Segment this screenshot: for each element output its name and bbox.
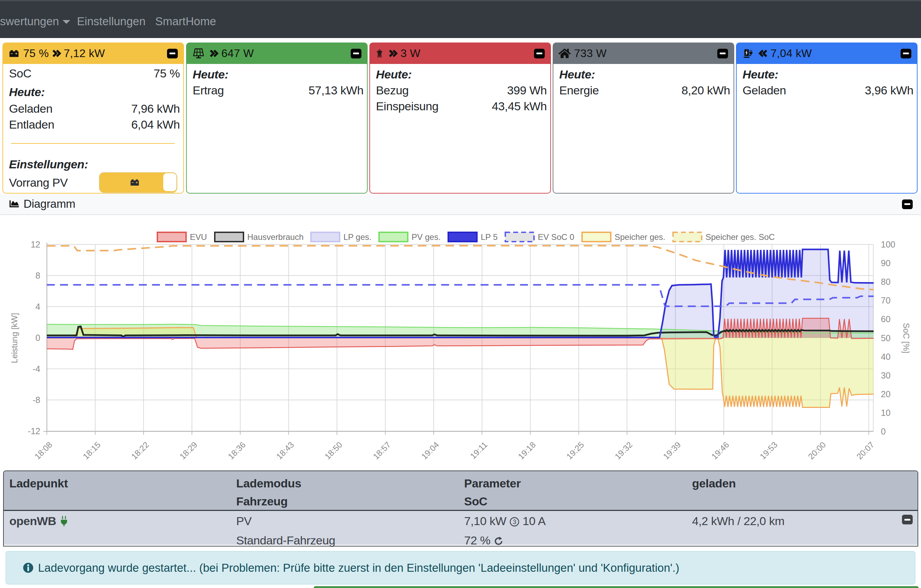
svg-text:18:57: 18:57 — [371, 440, 392, 461]
svg-text:40: 40 — [881, 352, 890, 362]
svg-text:20:00: 20:00 — [806, 440, 828, 461]
svg-text:90: 90 — [881, 258, 890, 268]
svg-text:LP ges.: LP ges. — [343, 232, 371, 242]
svg-text:19:32: 19:32 — [613, 440, 634, 461]
svg-text:50: 50 — [881, 333, 890, 343]
svg-text:60: 60 — [881, 314, 890, 324]
svg-text:18:15: 18:15 — [81, 440, 103, 461]
svg-text:70: 70 — [881, 296, 890, 305]
svg-text:SoC [%]: SoC [%] — [901, 323, 911, 353]
svg-text:30: 30 — [881, 370, 890, 380]
svg-text:10: 10 — [881, 408, 890, 417]
svg-text:19:39: 19:39 — [661, 440, 683, 461]
svg-text:19:53: 19:53 — [758, 440, 779, 461]
svg-text:19:46: 19:46 — [710, 440, 731, 461]
svg-text:Speicher ges. SoC: Speicher ges. SoC — [706, 232, 775, 242]
svg-text:19:11: 19:11 — [468, 440, 489, 460]
svg-text:19:25: 19:25 — [565, 440, 586, 461]
svg-text:EV SoC 0: EV SoC 0 — [538, 232, 574, 242]
svg-text:8: 8 — [36, 271, 41, 280]
svg-text:12: 12 — [31, 240, 41, 249]
svg-text:18:43: 18:43 — [274, 440, 296, 461]
svg-text:Hausverbrauch: Hausverbrauch — [247, 232, 304, 242]
svg-text:18:29: 18:29 — [178, 440, 199, 461]
svg-text:EVU: EVU — [190, 232, 207, 242]
svg-text:-8: -8 — [33, 395, 40, 405]
svg-text:80: 80 — [881, 277, 890, 287]
svg-text:Speicher ges.: Speicher ges. — [615, 232, 666, 242]
svg-text:-12: -12 — [28, 426, 40, 436]
svg-text:100: 100 — [881, 240, 895, 249]
svg-text:18:36: 18:36 — [226, 440, 247, 461]
svg-text:PV ges.: PV ges. — [412, 232, 441, 242]
svg-text:4: 4 — [36, 302, 41, 312]
svg-text:20:07: 20:07 — [854, 440, 876, 461]
svg-text:19:18: 19:18 — [516, 440, 537, 461]
svg-text:18:22: 18:22 — [129, 440, 151, 461]
svg-text:0: 0 — [881, 427, 886, 436]
svg-text:-4: -4 — [33, 364, 40, 374]
svg-text:18:08: 18:08 — [33, 440, 54, 461]
svg-text:20: 20 — [881, 389, 890, 399]
svg-text:Leistung [kW]: Leistung [kW] — [10, 313, 19, 363]
svg-text:18:50: 18:50 — [323, 440, 344, 461]
svg-text:3: 3 — [513, 518, 516, 525]
svg-text:19:04: 19:04 — [420, 440, 441, 461]
svg-text:0: 0 — [36, 333, 41, 343]
svg-text:LP 5: LP 5 — [481, 232, 498, 242]
